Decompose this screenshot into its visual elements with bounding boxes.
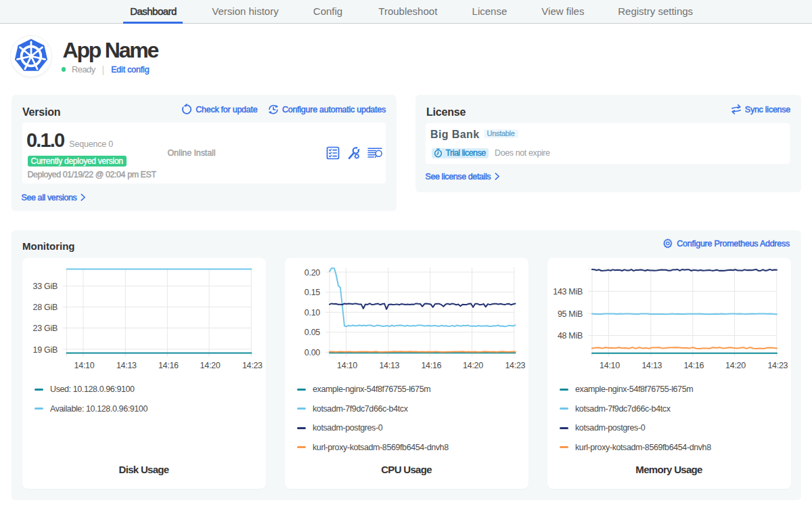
svg-text:23 GiB: 23 GiB [32, 324, 57, 333]
svg-text:0.00: 0.00 [304, 348, 319, 357]
svg-text:14:13: 14:13 [641, 361, 662, 370]
svg-text:14:20: 14:20 [725, 361, 746, 370]
svg-text:0.20: 0.20 [304, 268, 319, 278]
svg-text:95 MiB: 95 MiB [557, 309, 582, 319]
svg-text:48 MiB: 48 MiB [557, 331, 582, 341]
svg-text:14:16: 14:16 [683, 361, 704, 370]
svg-text:0.05: 0.05 [304, 328, 319, 337]
svg-text:14:23: 14:23 [767, 361, 788, 370]
svg-text:14:20: 14:20 [200, 361, 220, 370]
svg-text:33 GiB: 33 GiB [32, 282, 57, 291]
svg-text:14:23: 14:23 [242, 361, 262, 370]
svg-text:14:13: 14:13 [116, 361, 136, 370]
svg-text:0.15: 0.15 [304, 288, 319, 297]
svg-text:14:13: 14:13 [379, 361, 399, 370]
svg-text:19 GiB: 19 GiB [32, 345, 57, 355]
svg-text:14:10: 14:10 [600, 361, 620, 370]
svg-text:14:20: 14:20 [463, 361, 483, 370]
svg-text:14:10: 14:10 [74, 361, 94, 370]
svg-text:28 GiB: 28 GiB [32, 303, 57, 312]
svg-text:0.10: 0.10 [304, 308, 319, 317]
svg-text:14:10: 14:10 [337, 361, 357, 370]
svg-text:14:23: 14:23 [505, 361, 525, 370]
svg-text:14:16: 14:16 [158, 361, 178, 370]
svg-text:143 MiB: 143 MiB [553, 287, 583, 297]
svg-text:14:16: 14:16 [421, 361, 441, 370]
